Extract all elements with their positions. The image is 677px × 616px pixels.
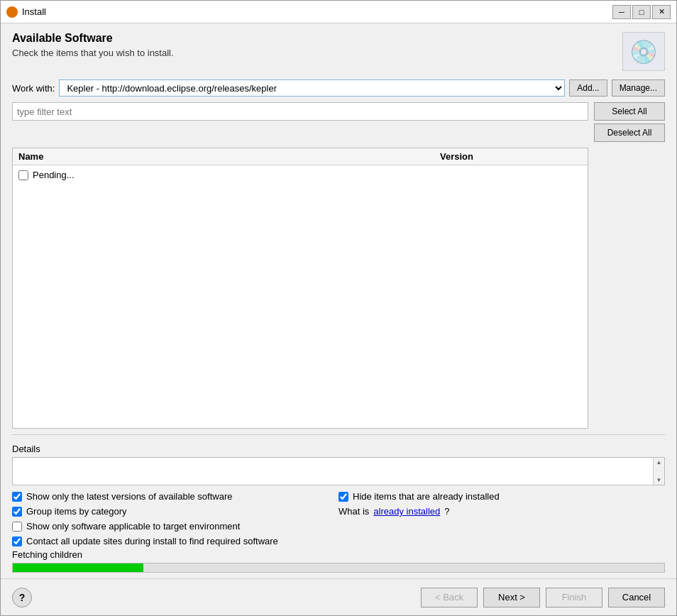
window-controls: ─ □ ✕	[612, 5, 671, 19]
cd-drive-icon: 💿	[629, 38, 658, 65]
contact-update-sites-label: Contact all update sites during install …	[26, 536, 278, 546]
hide-installed-label: Hide items that are already installed	[353, 491, 500, 502]
work-with-row: Work with: Kepler - http://download.ecli…	[12, 79, 665, 97]
cancel-button[interactable]: Cancel	[608, 588, 665, 607]
details-section: Details ▲ ▼	[12, 444, 665, 485]
col-name-header: Name	[18, 151, 440, 162]
option-contact-sites: Contact all update sites during install …	[12, 536, 338, 546]
hide-installed-checkbox[interactable]	[338, 492, 348, 502]
page-subtitle: Check the items that you wish to install…	[12, 48, 622, 58]
install-dialog: Install ─ □ ✕ Available Software Check t…	[0, 0, 677, 616]
manage-button[interactable]: Manage...	[612, 79, 665, 97]
bottom-left: ?	[12, 588, 421, 607]
show-applicable-checkbox[interactable]	[12, 522, 22, 532]
what-is-suffix: ?	[444, 506, 449, 517]
group-by-category-checkbox[interactable]	[12, 507, 22, 517]
maximize-button[interactable]: □	[632, 5, 651, 19]
work-with-label: Work with:	[12, 83, 55, 94]
fetching-label: Fetching children	[12, 549, 82, 560]
fetching-section: Fetching children	[12, 546, 665, 573]
title-bar: Install ─ □ ✕	[1, 1, 676, 23]
details-content	[13, 458, 653, 485]
progress-bar-fill	[13, 563, 143, 572]
help-button[interactable]: ?	[12, 588, 32, 607]
table-body: Pending...	[13, 165, 588, 428]
details-scrollbar[interactable]: ▲ ▼	[653, 458, 664, 485]
what-is-prefix: What is	[338, 506, 369, 517]
col-version-header: Version	[440, 151, 582, 162]
deselect-all-button[interactable]: Deselect All	[594, 123, 665, 142]
table-header: Name Version	[13, 148, 588, 165]
add-button[interactable]: Add...	[569, 79, 607, 97]
table-row: Pending...	[18, 168, 582, 182]
bottom-right: < Back Next > Finish Cancel	[421, 588, 665, 607]
separator-1	[12, 434, 665, 435]
option-group-category: Group items by category	[12, 506, 338, 517]
side-buttons: Select All Deselect All	[594, 102, 665, 142]
show-applicable-label: Show only software applicable to target …	[26, 521, 240, 532]
filter-input[interactable]	[12, 102, 588, 121]
window-title: Install	[22, 6, 612, 17]
scroll-down-icon[interactable]: ▼	[656, 477, 662, 483]
page-title: Available Software	[12, 32, 622, 45]
option-show-applicable: Show only software applicable to target …	[12, 521, 338, 532]
row-name-cell: Pending...	[18, 170, 440, 180]
options-section: Show only the latest versions of availab…	[12, 491, 665, 546]
show-latest-label: Show only the latest versions of availab…	[26, 491, 233, 502]
options-right: Hide items that are already installed Wh…	[338, 491, 665, 546]
row-checkbox[interactable]	[18, 170, 28, 180]
progress-bar	[12, 563, 665, 573]
bottom-bar: ? < Back Next > Finish Cancel	[1, 578, 676, 615]
row-name: Pending...	[33, 170, 75, 180]
options-left: Show only the latest versions of availab…	[12, 491, 338, 546]
header-icon: 💿	[622, 32, 665, 71]
back-button[interactable]: < Back	[421, 588, 478, 607]
software-table: Name Version Pending...	[12, 148, 588, 429]
header-text: Available Software Check the items that …	[12, 32, 622, 58]
scroll-up-icon[interactable]: ▲	[656, 459, 662, 466]
select-all-button[interactable]: Select All	[594, 102, 665, 121]
details-box: ▲ ▼	[12, 457, 665, 485]
option-show-latest: Show only the latest versions of availab…	[12, 491, 338, 502]
option-hide-installed: Hide items that are already installed	[338, 491, 665, 502]
contact-update-sites-checkbox[interactable]	[12, 537, 22, 546]
already-installed-link[interactable]: already installed	[373, 506, 440, 517]
main-content: Available Software Check the items that …	[1, 23, 676, 578]
details-label: Details	[12, 444, 665, 454]
close-button[interactable]: ✕	[652, 5, 671, 19]
finish-button[interactable]: Finish	[546, 588, 602, 607]
app-icon	[6, 6, 18, 18]
next-button[interactable]: Next >	[483, 588, 540, 607]
fetching-row: Fetching children	[12, 549, 665, 560]
option-what-is: What is already installed ?	[338, 506, 665, 517]
group-by-category-label: Group items by category	[26, 506, 127, 517]
minimize-button[interactable]: ─	[612, 5, 631, 19]
work-with-dropdown[interactable]: Kepler - http://download.eclipse.org/rel…	[59, 79, 565, 97]
show-latest-checkbox[interactable]	[12, 492, 22, 502]
header-section: Available Software Check the items that …	[12, 32, 665, 71]
